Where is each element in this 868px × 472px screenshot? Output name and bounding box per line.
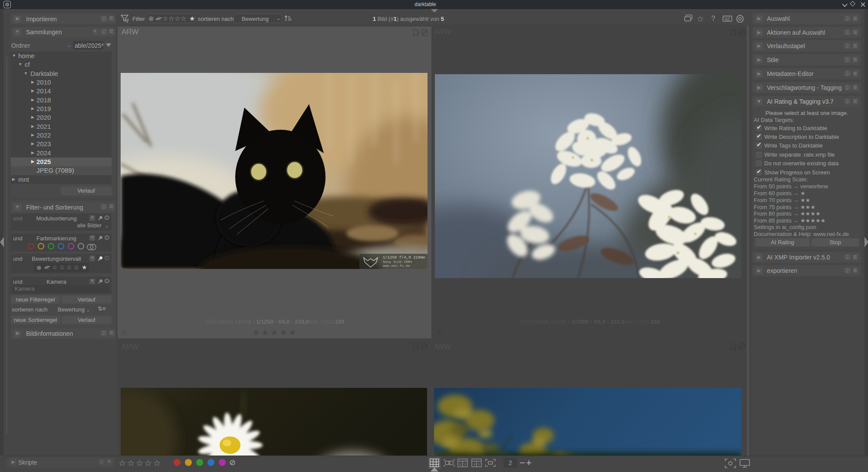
svg-text:Sony ILCE-7RM4: Sony ILCE-7RM4 [383,260,412,264]
svg-text:X: X [473,462,476,466]
svg-text:www.net-fx.de: www.net-fx.de [383,264,410,268]
svg-text:Y: Y [464,462,467,466]
svg-text:X: X [459,462,462,466]
svg-text:Y: Y [478,462,480,466]
svg-text:1/1250 f/4,0 210mm IS: 1/1250 f/4,0 210mm IS [383,256,427,260]
